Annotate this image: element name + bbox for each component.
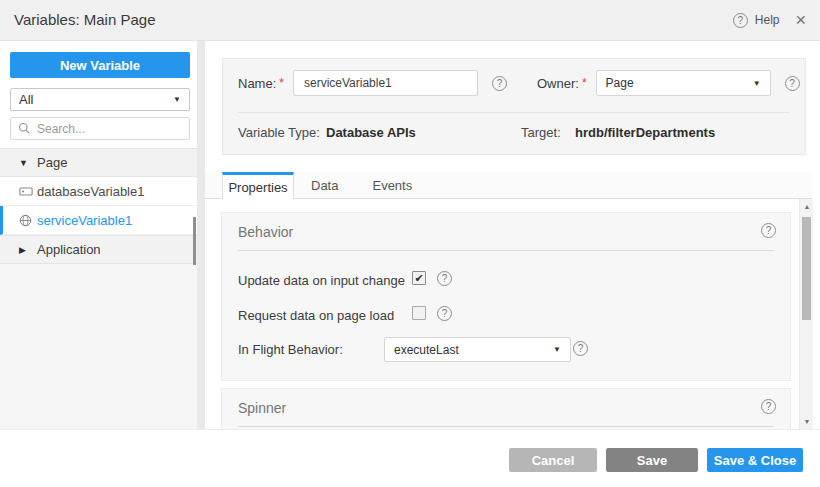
owner-select-value: Page xyxy=(606,76,634,90)
database-variable-icon xyxy=(19,185,33,198)
sidebar-divider xyxy=(197,41,205,429)
properties-scrollbar[interactable]: ▲ ▼ xyxy=(799,199,813,429)
tab-data[interactable]: Data xyxy=(294,172,355,198)
section-divider xyxy=(238,426,774,427)
variables-sidebar: New Variable All ▼ ▼ Page databaseVariab… xyxy=(0,41,197,429)
chevron-down-icon: ▼ xyxy=(753,79,761,88)
tree-item-database-variable[interactable]: databaseVariable1 xyxy=(0,177,197,206)
search-input[interactable] xyxy=(37,122,177,136)
spinner-section: Spinner ? xyxy=(221,388,791,429)
sidebar-scrollbar-thumb[interactable] xyxy=(193,217,196,265)
tree-group-page[interactable]: ▼ Page xyxy=(0,148,197,177)
close-icon[interactable]: × xyxy=(795,12,806,28)
variable-type-value: Database APIs xyxy=(326,125,416,140)
save-and-close-button[interactable]: Save & Close xyxy=(707,448,803,472)
page-title: Variables: Main Page xyxy=(14,11,155,28)
dialog-footer: Cancel Save Save & Close xyxy=(0,429,820,487)
variable-summary-panel: Name: * ? Owner: * Page ▼ ? Variable Typ… xyxy=(222,58,806,155)
sidebar-empty-area xyxy=(0,263,197,429)
dialog-header: Variables: Main Page ? Help × xyxy=(0,0,820,41)
section-divider xyxy=(238,250,774,251)
caret-down-icon[interactable]: ▼ xyxy=(19,158,31,168)
new-variable-button[interactable]: New Variable xyxy=(10,52,190,78)
update-on-input-change-checkbox[interactable]: ✔ xyxy=(412,271,426,285)
owner-help-icon[interactable]: ? xyxy=(785,76,800,91)
tab-events[interactable]: Events xyxy=(355,172,429,198)
properties-scroll-area: Behavior ? Update data on input change ✔… xyxy=(205,199,799,429)
behavior-section: Behavior ? Update data on input change ✔… xyxy=(221,212,791,381)
caret-right-icon[interactable]: ▶ xyxy=(19,245,31,255)
owner-select[interactable]: Page ▼ xyxy=(596,70,771,96)
required-asterisk: * xyxy=(582,76,587,90)
request-on-page-load-help-icon[interactable]: ? xyxy=(437,306,452,321)
behavior-section-title: Behavior xyxy=(238,224,293,240)
variable-detail-pane: Name: * ? Owner: * Page ▼ ? Variable Typ… xyxy=(205,41,820,429)
required-asterisk: * xyxy=(279,76,284,90)
name-help-icon[interactable]: ? xyxy=(492,76,507,91)
chevron-down-icon: ▼ xyxy=(173,95,181,104)
save-button[interactable]: Save xyxy=(606,448,698,472)
tree-group-label: Page xyxy=(37,155,67,170)
name-input[interactable] xyxy=(293,70,478,96)
search-icon xyxy=(18,122,31,135)
request-on-page-load-checkbox[interactable] xyxy=(412,306,426,320)
panel-divider xyxy=(238,112,790,113)
target-label: Target: xyxy=(521,125,561,140)
variable-filter-value: All xyxy=(19,92,33,107)
variable-filter-select[interactable]: All ▼ xyxy=(10,88,190,111)
update-on-input-change-help-icon[interactable]: ? xyxy=(437,271,452,286)
in-flight-behavior-select[interactable]: executeLast ▼ xyxy=(384,337,571,362)
update-on-input-change-label: Update data on input change xyxy=(238,273,405,288)
tree-item-service-variable[interactable]: serviceVariable1 xyxy=(0,206,197,235)
chevron-down-icon: ▼ xyxy=(553,345,561,354)
spinner-section-title: Spinner xyxy=(238,400,286,416)
tree-item-label: databaseVariable1 xyxy=(37,184,144,199)
owner-label: Owner: xyxy=(537,76,579,91)
request-on-page-load-label: Request data on page load xyxy=(238,308,394,323)
target-value: hrdb/filterDepartments xyxy=(575,125,715,140)
scrollbar-thumb[interactable] xyxy=(802,217,811,320)
scroll-down-icon[interactable]: ▼ xyxy=(800,418,814,425)
tab-properties[interactable]: Properties xyxy=(222,172,294,199)
spinner-help-icon[interactable]: ? xyxy=(761,399,776,414)
in-flight-behavior-help-icon[interactable]: ? xyxy=(573,341,588,356)
help-icon[interactable]: ? xyxy=(733,13,748,28)
tree-group-application[interactable]: ▶ Application xyxy=(0,235,197,264)
tree-group-label: Application xyxy=(37,242,101,257)
cancel-button[interactable]: Cancel xyxy=(509,448,597,472)
variables-dialog: Variables: Main Page ? Help × New Variab… xyxy=(0,0,820,487)
scroll-up-icon[interactable]: ▲ xyxy=(800,203,814,210)
detail-tabs: Properties Data Events xyxy=(205,172,812,199)
name-label: Name: xyxy=(238,76,276,91)
search-box xyxy=(10,117,190,140)
behavior-help-icon[interactable]: ? xyxy=(761,223,776,238)
in-flight-behavior-label: In Flight Behavior: xyxy=(238,342,343,357)
help-link[interactable]: Help xyxy=(755,13,780,27)
service-variable-icon xyxy=(19,214,33,227)
variable-type-label: Variable Type: xyxy=(238,125,320,140)
in-flight-behavior-value: executeLast xyxy=(394,343,459,357)
tree-item-label: serviceVariable1 xyxy=(37,213,132,228)
